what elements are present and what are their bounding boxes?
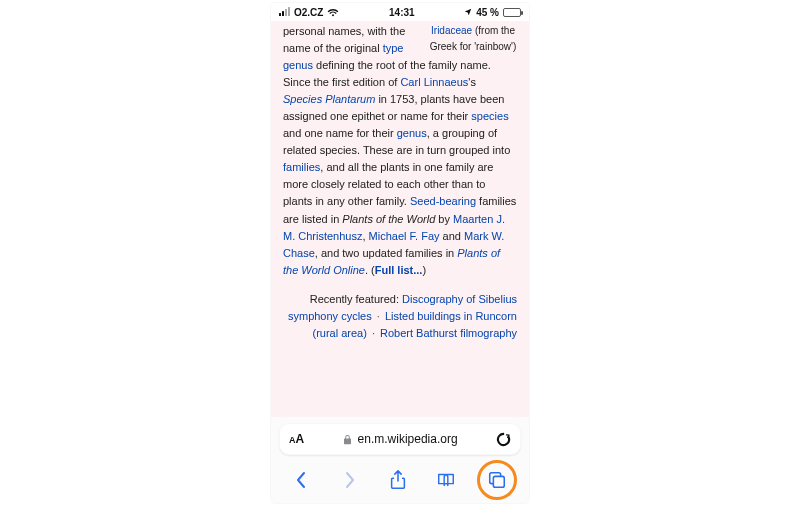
tabs-button[interactable] (481, 464, 513, 496)
bookmarks-button[interactable] (428, 462, 464, 498)
text-fragment: ) (422, 264, 426, 276)
address-bar-container: AA en.m.wikipedia.org (271, 417, 529, 459)
text-fragment: , and two updated families in (315, 247, 457, 259)
forward-button[interactable] (332, 462, 368, 498)
image-caption: Iridaceae (from the Greek for 'rainbow') (429, 23, 517, 54)
wifi-icon (327, 8, 339, 17)
reload-button[interactable] (496, 432, 511, 447)
address-bar[interactable]: AA en.m.wikipedia.org (279, 423, 521, 455)
browser-toolbar (271, 459, 529, 503)
battery-icon (503, 8, 521, 17)
text-plants-of-the-world: Plants of the World (342, 213, 435, 225)
battery-percent: 45 % (476, 7, 499, 18)
cellular-signal-icon (279, 8, 290, 16)
text-fragment: and (440, 230, 464, 242)
lock-icon (343, 434, 352, 445)
text-fragment: 's (468, 76, 476, 88)
tabs-button-highlight (477, 460, 517, 500)
link-full-list[interactable]: Full list... (375, 264, 423, 276)
link-fay[interactable]: Michael F. Fay (369, 230, 440, 242)
link-seed-bearing[interactable]: Seed-bearing (410, 195, 476, 207)
text-size-button[interactable]: AA (289, 432, 304, 446)
caption-link-iridaceae[interactable]: Iridaceae (431, 25, 472, 36)
article-paragraph: personal names, with the name of the ori… (283, 23, 517, 279)
back-button[interactable] (283, 462, 319, 498)
status-right: 45 % (464, 7, 521, 18)
status-bar: O2.CZ 14:31 45 % (271, 3, 529, 21)
status-left: O2.CZ (279, 7, 339, 18)
recent-label: Recently featured: (310, 293, 402, 305)
text-fragment: and one name for their (283, 127, 397, 139)
link-species[interactable]: species (471, 110, 508, 122)
separator-dot: · (372, 310, 385, 322)
location-icon (464, 8, 472, 16)
recently-featured: Recently featured: Discography of Sibeli… (283, 291, 517, 342)
link-species-plantarum[interactable]: Species Plantarum (283, 93, 375, 105)
text-fragment: . ( (365, 264, 375, 276)
text-fragment: by (435, 213, 453, 225)
link-genus[interactable]: genus (397, 127, 427, 139)
link-carl-linnaeus[interactable]: Carl Linnaeus (400, 76, 468, 88)
clock: 14:31 (389, 7, 415, 18)
link-families[interactable]: families (283, 161, 320, 173)
share-button[interactable] (380, 462, 416, 498)
link-recent-3[interactable]: Robert Bathurst filmography (380, 327, 517, 339)
separator-dot: · (367, 327, 380, 339)
url-domain: en.m.wikipedia.org (356, 432, 458, 446)
phone-frame: O2.CZ 14:31 45 % Iridaceae (from the Gre… (271, 3, 529, 503)
carrier-label: O2.CZ (294, 7, 323, 18)
page-content[interactable]: Iridaceae (from the Greek for 'rainbow')… (271, 21, 529, 417)
svg-rect-1 (493, 476, 504, 487)
